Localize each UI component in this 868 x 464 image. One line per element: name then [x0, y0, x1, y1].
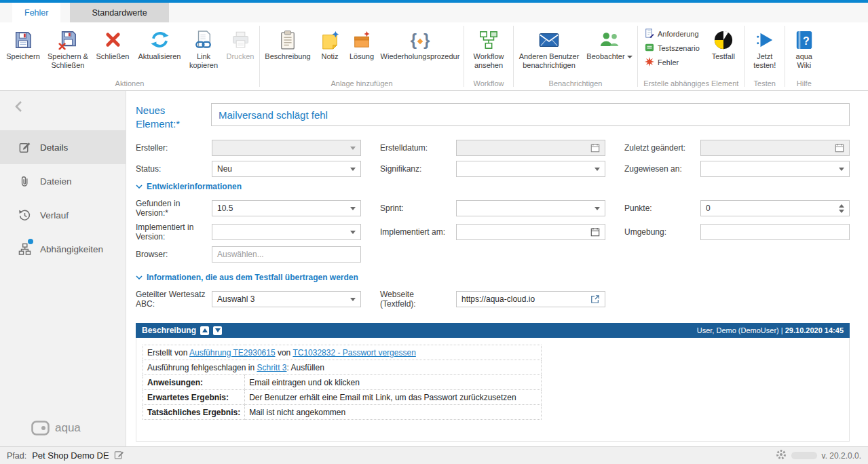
test-scenario-icon [645, 43, 654, 54]
testcase-link[interactable]: TC1032832 - Passwort vergessen [293, 348, 415, 357]
add-note-button[interactable]: Notiz [314, 24, 345, 79]
aqua-logo-icon [31, 421, 50, 436]
tab-standardwerte[interactable]: Standardwerte [70, 3, 168, 22]
description-panel: Beschreibung User, Demo (DemoUser) | 29.… [136, 323, 850, 442]
group-label-hilfe: Hilfe [787, 79, 822, 90]
execution-link[interactable]: Ausführung TE2930615 [189, 348, 276, 357]
sidebar-item-abhaengigkeiten[interactable]: Abhängigkeiten [0, 232, 126, 266]
copy-link-label: Link kopieren [186, 52, 221, 70]
zugewiesen-dropdown[interactable] [700, 161, 850, 177]
tatsaechliches-ergebnis-label: Tatsächliches Ergebnis: [143, 405, 245, 420]
chevron-down-icon [595, 207, 600, 210]
test-now-button[interactable]: Jetzt testen! [747, 24, 783, 79]
create-test-scenario-button[interactable]: Testszenario [645, 43, 700, 54]
brace-left: { [411, 31, 417, 50]
ribbon-group-workflow: Workflow ansehen Workflow [464, 22, 513, 90]
sidebar-item-dateien-label: Dateien [40, 176, 72, 187]
sprint-dropdown[interactable] [456, 200, 605, 216]
envelope-icon [539, 27, 559, 52]
browser-placeholder: Auswählen... [217, 250, 264, 259]
move-up-icon[interactable] [200, 326, 209, 335]
close-icon [104, 27, 122, 52]
wertesatz-value: Auswahl 3 [217, 294, 254, 304]
umgebung-input[interactable] [700, 224, 850, 240]
browser-combo[interactable]: Auswählen... [212, 246, 361, 263]
clipboard-icon [279, 27, 297, 52]
implementiert-am-datepicker[interactable] [456, 224, 605, 240]
paperclip-icon [18, 174, 31, 188]
sidebar-collapse-button[interactable] [0, 91, 126, 122]
note-icon [320, 27, 339, 52]
meta-separator: | [781, 326, 783, 334]
implementiert-in-version-dropdown[interactable] [212, 224, 361, 240]
refresh-button[interactable]: Aktualisieren [134, 24, 185, 79]
webseite-label: Webseite (Textfeld): [380, 290, 456, 309]
erstelldatum-label: Erstelldatum: [380, 143, 456, 153]
zuletzt-geaendert-field[interactable] [700, 140, 850, 156]
external-link-icon[interactable] [590, 294, 600, 304]
section-testfall-informationen[interactable]: Informationen, die aus dem Testfall über… [136, 273, 850, 282]
requirement-icon [645, 28, 654, 39]
save-button[interactable]: Speichern [1, 24, 45, 79]
close-button[interactable]: Schließen [91, 24, 134, 79]
create-test-case-button[interactable]: Testfall [704, 24, 743, 79]
refresh-label: Aktualisieren [138, 52, 181, 61]
gefunden-in-version-dropdown[interactable]: 10.5 [212, 200, 361, 216]
view-workflow-button[interactable]: Workflow ansehen [466, 24, 512, 79]
notify-user-button[interactable]: Anderen Benutzer benachrichtigen [515, 24, 583, 79]
section-entwicklerinformationen-label: Entwicklerinformationen [147, 182, 242, 191]
create-defect-button[interactable]: Fehler [645, 57, 700, 68]
watcher-button[interactable]: Beobachter [583, 24, 636, 79]
stepper-arrows-icon[interactable] [839, 204, 844, 213]
title-input[interactable] [211, 103, 850, 126]
test-now-label: Jetzt testen! [748, 52, 782, 70]
svg-text:?: ? [803, 35, 810, 46]
edit-path-icon[interactable] [114, 450, 124, 462]
description-panel-header: Beschreibung User, Demo (DemoUser) | 29.… [136, 323, 850, 338]
webseite-input[interactable]: https://aqua-cloud.io [456, 291, 605, 307]
tab-fehler[interactable]: Fehler [12, 3, 60, 22]
section-entwicklerinformationen[interactable]: Entwicklerinformationen [136, 182, 850, 191]
aqua-wiki-button[interactable]: ? aqua Wiki [787, 24, 822, 79]
copy-link-icon [194, 27, 213, 52]
table-row: Erstellt von Ausführung TE2930615 von TC… [143, 345, 542, 360]
chevron-down-icon [350, 298, 356, 301]
add-repro-steps-button[interactable]: {} Wiederholungsprozedur [378, 24, 462, 79]
erwartetes-ergebnis-label: Erwartetes Ergebnis: [143, 390, 245, 405]
punkte-stepper[interactable]: 0 [700, 200, 850, 216]
zoom-slider[interactable] [791, 452, 817, 459]
sidebar-item-details-label: Details [40, 142, 68, 153]
sidebar-item-dateien[interactable]: Dateien [0, 164, 126, 198]
zuletzt-geaendert-label: Zuletzt geändert: [624, 143, 700, 153]
description-body: Erstellt von Ausführung TE2930615 von TC… [136, 338, 850, 442]
implementiert-in-version-label: Implementiert in Version: [136, 223, 212, 241]
add-description-button[interactable]: Beschreibung [261, 24, 314, 79]
aqua-wiki-label: aqua Wiki [788, 52, 820, 70]
description-table: Erstellt von Ausführung TE2930615 von TC… [143, 345, 542, 420]
ersteller-dropdown[interactable] [212, 140, 361, 156]
group-label-aktionen: Aktionen [1, 79, 258, 90]
add-solution-button[interactable]: Lösung [345, 24, 378, 79]
diamond-shape [417, 38, 423, 43]
signifikanz-dropdown[interactable] [456, 161, 605, 177]
chevron-down-icon [136, 275, 143, 279]
wertesatz-dropdown[interactable]: Auswahl 3 [212, 291, 361, 307]
sidebar-item-details[interactable]: Details [0, 130, 126, 164]
save-and-close-button[interactable]: Speichern & Schließen [45, 24, 91, 79]
create-requirement-button[interactable]: Anforderung [645, 28, 700, 39]
ribbon-group-aktionen: Speichern Speichern & Schließen Schließe… [0, 22, 259, 90]
notify-user-label: Anderen Benutzer benachrichtigen [516, 52, 582, 70]
status-dropdown[interactable]: Neu [212, 161, 361, 177]
print-button[interactable]: Drucken [223, 24, 258, 79]
step-link[interactable]: Schritt 3 [257, 363, 286, 372]
ribbon-group-benachrichtigen: Anderen Benutzer benachrichtigen Beobach… [514, 22, 637, 90]
erstelldatum-field[interactable] [456, 140, 605, 156]
gear-icon[interactable] [776, 449, 787, 462]
sidebar-item-verlauf[interactable]: Verlauf [0, 198, 126, 232]
create-test-scenario-label: Testszenario [658, 44, 700, 52]
save-close-icon [58, 27, 78, 52]
chevron-down-icon [627, 56, 633, 58]
group-label-testen: Testen [747, 79, 783, 90]
copy-link-button[interactable]: Link kopieren [185, 24, 223, 79]
move-down-icon[interactable] [213, 326, 222, 335]
